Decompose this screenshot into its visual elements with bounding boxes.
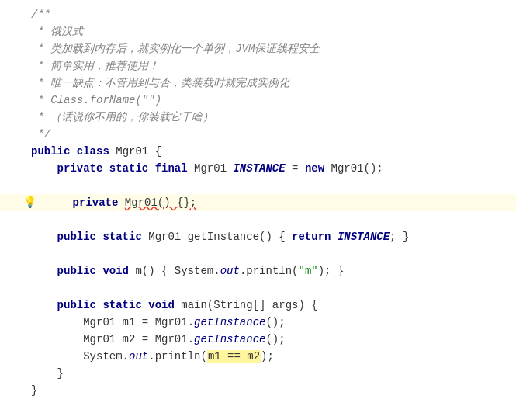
code-text: public void m() { System.out.println("m"… [22,262,344,279]
line-1: /** [0,6,516,23]
code-text: * 简单实用，推荐使用！ [22,57,159,75]
line-7: * （话说你不用的，你装载它干啥） [0,109,516,126]
code-editor: /** * 饿汉式 * 类加载到内存后，就实例化一个单例，JVM保证线程安全 *… [0,0,516,405]
code-text: */ [22,126,50,143]
lightbulb-icon[interactable]: 💡 [23,194,36,211]
code-text [22,245,37,262]
code-text: /** [22,6,50,23]
line-5: * 唯一缺点：不管用到与否，类装载时就完成实例化 [0,75,516,92]
line-12-highlighted: 💡 private Mgr01() {}; [0,194,516,211]
code-text: * （话说你不用的，你装载它干啥） [22,109,213,126]
line-9: public class Mgr01 { [0,143,516,160]
code-text: } [22,365,64,382]
code-text: private Mgr01() {}; [37,194,196,211]
code-text: public class Mgr01 { [22,143,161,160]
code-text: public static void main(String[] args) { [22,297,318,314]
code-text: * Class.forName("") [22,92,161,109]
line-22: } [0,365,516,382]
code-text: * 类加载到内存后，就实例化一个单例，JVM保证线程安全 [22,40,320,57]
code-text: System.out.println(m1 == m2); [22,348,274,365]
line-21: System.out.println(m1 == m2); [0,348,516,365]
line-23: } [0,382,516,399]
line-18: public static void main(String[] args) { [0,297,516,314]
line-11 [0,177,516,194]
line-gutter-bulb: 💡 [22,194,37,211]
code-text: Mgr01 m1 = Mgr01.getInstance(); [22,314,286,331]
code-text: public static Mgr01 getInstance() { retu… [22,228,409,245]
line-20: Mgr01 m2 = Mgr01.getInstance(); [0,331,516,348]
code-text: * 饿汉式 [22,23,83,40]
line-2: * 饿汉式 [0,23,516,40]
line-4: * 简单实用，推荐使用！ [0,57,516,75]
code-text [22,279,37,297]
line-15 [0,245,516,262]
line-16: public void m() { System.out.println("m"… [0,262,516,279]
line-14: public static Mgr01 getInstance() { retu… [0,228,516,245]
line-17 [0,279,516,297]
code-text: private static final Mgr01 INSTANCE = ne… [22,160,383,177]
line-10: private static final Mgr01 INSTANCE = ne… [0,160,516,177]
line-6: * Class.forName("") [0,92,516,109]
line-3: * 类加载到内存后，就实例化一个单例，JVM保证线程安全 [0,40,516,57]
code-text [22,177,37,194]
line-19: Mgr01 m1 = Mgr01.getInstance(); [0,314,516,331]
code-text: Mgr01 m2 = Mgr01.getInstance(); [22,331,286,348]
line-13 [0,211,516,228]
code-text: } [22,382,37,399]
line-8: */ [0,126,516,143]
code-text: * 唯一缺点：不管用到与否，类装载时就完成实例化 [22,75,289,92]
code-text [22,211,37,228]
